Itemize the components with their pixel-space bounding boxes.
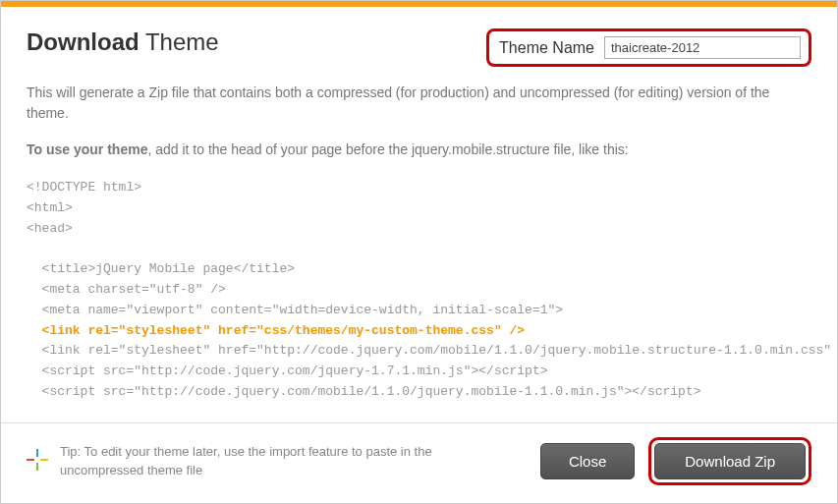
- dialog-download-theme: Download Theme Theme Name This will gene…: [0, 0, 838, 504]
- dialog-footer: Tip: To edit your theme later, use the i…: [1, 422, 837, 503]
- dialog-title: Download Theme: [27, 28, 219, 56]
- instruction-rest: , add it to the head of your page before…: [147, 141, 628, 157]
- code-line: <script src="http://code.jquery.com/mobi…: [27, 384, 701, 399]
- dialog-content: Download Theme Theme Name This will gene…: [1, 7, 837, 443]
- title-light: Theme: [140, 28, 219, 55]
- download-button-highlight: Download Zip: [648, 437, 811, 485]
- code-line: <title>jQuery Mobile page</title>: [27, 261, 295, 276]
- code-line: <link rel="stylesheet" href="http://code…: [27, 343, 838, 358]
- instruction-text: To use your theme, add it to the head of…: [27, 140, 811, 160]
- code-snippet: <!DOCTYPE html> <html> <head> <title>jQu…: [27, 178, 811, 443]
- theme-name-label: Theme Name: [499, 39, 594, 57]
- code-line-highlight: <link rel="stylesheet" href="css/themes/…: [27, 323, 525, 338]
- code-line: <html>: [27, 200, 73, 215]
- tip-text: Tip: To edit your theme later, use the i…: [60, 443, 449, 478]
- title-bold: Download: [27, 28, 140, 55]
- tip-row: Tip: To edit your theme later, use the i…: [27, 443, 449, 478]
- crosshair-icon: [27, 449, 48, 474]
- code-line: <meta name="viewport" content="width=dev…: [27, 303, 563, 317]
- instruction-bold: To use your theme: [27, 141, 147, 157]
- description-text: This will generate a Zip file that conta…: [27, 83, 811, 124]
- code-line: <!DOCTYPE html>: [27, 180, 141, 195]
- close-button[interactable]: Close: [540, 443, 635, 479]
- button-group: Close Download Zip: [540, 437, 811, 485]
- code-line: <script src="http://code.jquery.com/jque…: [27, 364, 548, 378]
- code-line: <head>: [27, 221, 73, 236]
- code-line: <meta charset="utf-8" />: [27, 282, 226, 297]
- header-row: Download Theme Theme Name: [27, 28, 811, 67]
- theme-name-field-group: Theme Name: [486, 28, 811, 67]
- download-zip-button[interactable]: Download Zip: [654, 443, 806, 479]
- theme-name-input[interactable]: [604, 36, 801, 59]
